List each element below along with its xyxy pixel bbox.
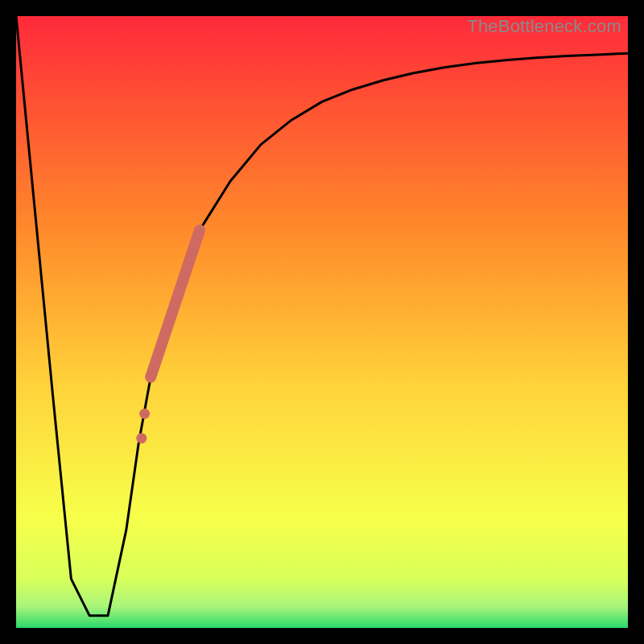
- watermark-text: TheBottleneck.com: [467, 16, 621, 37]
- highlight-dot: [139, 409, 150, 419]
- gradient-background: [16, 16, 628, 628]
- chart-frame: TheBottleneck.com: [0, 0, 644, 644]
- gradient-rect: [16, 16, 628, 628]
- highlight-dot: [136, 433, 147, 444]
- highlight-dot: [146, 372, 156, 382]
- plot-area: TheBottleneck.com: [16, 16, 628, 628]
